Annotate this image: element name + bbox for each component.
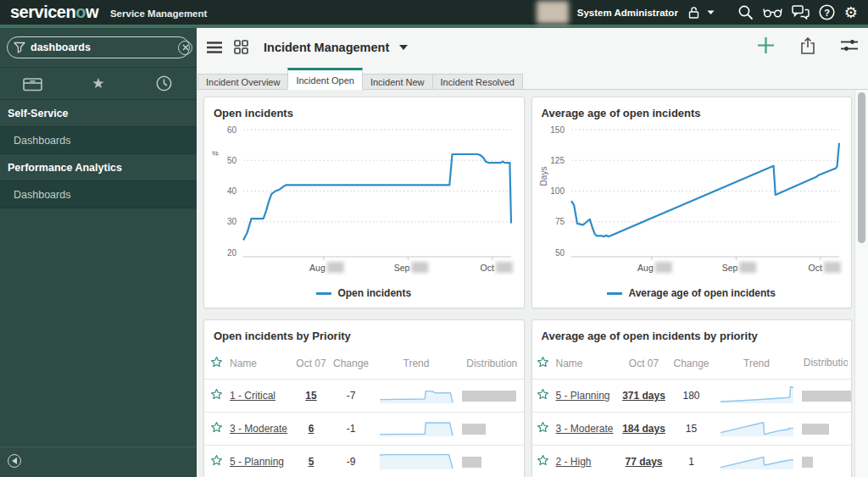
- dashboard-picker-button[interactable]: [234, 40, 248, 54]
- column-header[interactable]: Oct 07: [619, 347, 670, 380]
- favorite-column-header[interactable]: [204, 347, 228, 380]
- avatar[interactable]: [537, 1, 569, 24]
- chart-title: Open incidents: [204, 97, 524, 119]
- scrollbar[interactable]: [854, 90, 868, 477]
- trend-sparkline: [720, 451, 794, 470]
- user-name[interactable]: System Administrator: [577, 8, 678, 18]
- avg-age-chart-card: Average age of open incidents 5075100125…: [531, 97, 853, 308]
- favorite-star-button[interactable]: [537, 391, 549, 403]
- priority-link[interactable]: 3 - Moderate: [230, 423, 287, 435]
- top-header: servicenow Service Management System Adm…: [0, 0, 868, 28]
- add-widget-button[interactable]: [757, 36, 775, 58]
- x-icon: [182, 44, 189, 51]
- score-link[interactable]: 6: [309, 423, 314, 435]
- chat-icon[interactable]: [792, 5, 810, 19]
- chart-title: Average age of open incidents: [532, 97, 852, 119]
- legend-label: Open incidents: [337, 287, 411, 299]
- column-header[interactable]: Name: [228, 347, 292, 380]
- svg-text:50: 50: [554, 248, 565, 258]
- grid-icon: [234, 40, 248, 54]
- navigator-filter[interactable]: [7, 36, 190, 58]
- favorite-star-button[interactable]: [210, 458, 223, 469]
- menu-button[interactable]: [207, 42, 222, 53]
- column-header[interactable]: Change: [330, 347, 372, 380]
- score-link[interactable]: 15: [305, 390, 316, 402]
- favorite-star-button[interactable]: [537, 458, 549, 469]
- sidebar-section-performance-analytics: Performance Analytics: [0, 154, 197, 180]
- priority-link[interactable]: 5 - Planning: [230, 456, 284, 468]
- priority-link[interactable]: 5 - Planning: [556, 390, 610, 402]
- score-link[interactable]: 77 days: [625, 456, 662, 468]
- table-row: 3 - Moderate184 days15: [532, 413, 852, 446]
- glasses-icon[interactable]: [763, 6, 782, 19]
- priority-link[interactable]: 3 - Moderate: [556, 423, 614, 435]
- all-applications-tab[interactable]: [0, 68, 65, 99]
- favorite-star-button[interactable]: [537, 424, 549, 436]
- gear-icon[interactable]: ⚙: [844, 5, 858, 20]
- tab-incident-resolved[interactable]: Incident Resolved: [432, 74, 523, 90]
- column-header[interactable]: Oct 07: [292, 347, 330, 380]
- share-button[interactable]: [800, 37, 815, 58]
- tab-incident-open[interactable]: Incident Open: [287, 68, 363, 90]
- tab-incident-new[interactable]: Incident New: [362, 74, 433, 90]
- favorite-column-header[interactable]: [532, 347, 554, 380]
- table-row: 5 - Planning371 days180: [532, 380, 852, 413]
- column-header[interactable]: Name: [554, 347, 619, 380]
- score-link[interactable]: 5: [309, 456, 314, 468]
- change-value: -1: [347, 423, 356, 435]
- distribution-bar: [802, 424, 829, 435]
- filter-input[interactable]: [31, 42, 178, 53]
- favorite-star-button[interactable]: [210, 391, 223, 403]
- favorite-star-button[interactable]: [210, 424, 223, 436]
- column-header[interactable]: Change: [670, 347, 714, 380]
- svg-text:Sep: Sep: [721, 263, 737, 273]
- star-icon: [537, 356, 549, 369]
- svg-text:30: 30: [227, 217, 237, 226]
- svg-text:Days: Days: [539, 167, 548, 186]
- title-caret-icon[interactable]: [399, 45, 408, 50]
- column-header[interactable]: Trend: [714, 347, 800, 380]
- priority-link[interactable]: 1 - Critical: [230, 390, 275, 402]
- tab-incident-overview[interactable]: Incident Overview: [198, 74, 288, 90]
- star-icon: [537, 454, 549, 467]
- svg-text:Oct: Oct: [808, 263, 821, 273]
- trend-sparkline: [720, 385, 794, 404]
- search-icon[interactable]: [737, 4, 754, 20]
- dashboard-settings-button[interactable]: [841, 39, 858, 55]
- score-link[interactable]: 371 days: [622, 390, 665, 402]
- distribution-bar: [802, 391, 853, 402]
- column-header[interactable]: Trend: [372, 347, 460, 380]
- sidebar-item-dashboards[interactable]: Dashboards: [0, 126, 197, 154]
- sidebar-menu: Self-ServiceDashboardsPerformance Analyt…: [0, 100, 197, 208]
- sidebar-item-dashboards[interactable]: Dashboards: [0, 180, 197, 208]
- box-icon: [23, 76, 42, 92]
- svg-text:50: 50: [227, 156, 237, 165]
- share-icon: [800, 37, 815, 54]
- table-title: Average age of open incidents by priorit…: [532, 320, 852, 342]
- user-caret-icon[interactable]: [707, 10, 715, 15]
- trend-sparkline: [720, 418, 794, 437]
- svg-text:40: 40: [227, 186, 237, 196]
- change-value: 15: [686, 423, 697, 435]
- line-chart: 5075100125150DaysAugSepOct: [537, 121, 844, 284]
- table-row: 1 - Critical15-7: [204, 380, 524, 413]
- plus-icon: [757, 36, 775, 54]
- unlock-icon[interactable]: [687, 6, 700, 19]
- table-row: 3 - Moderate6-1: [204, 413, 524, 446]
- collapse-sidebar-button[interactable]: [8, 454, 21, 468]
- servicenow-logo[interactable]: servicenow: [10, 3, 98, 22]
- svg-text:#: #: [211, 151, 220, 156]
- clear-filter-button[interactable]: [178, 41, 192, 55]
- dashboard-title[interactable]: Incident Management: [264, 41, 389, 54]
- help-icon[interactable]: ?: [819, 4, 835, 20]
- column-header[interactable]: Distribution: [460, 347, 524, 380]
- star-icon: [537, 421, 549, 434]
- app-root: servicenow Service Management System Adm…: [0, 0, 868, 477]
- priority-link[interactable]: 2 - High: [556, 456, 592, 468]
- scrollbar-thumb[interactable]: [858, 92, 865, 243]
- favorites-tab[interactable]: ★: [65, 68, 131, 99]
- score-link[interactable]: 184 days: [622, 423, 665, 435]
- svg-text:20: 20: [227, 248, 237, 258]
- column-header[interactable]: Distribution: [800, 347, 852, 380]
- history-tab[interactable]: [131, 68, 197, 99]
